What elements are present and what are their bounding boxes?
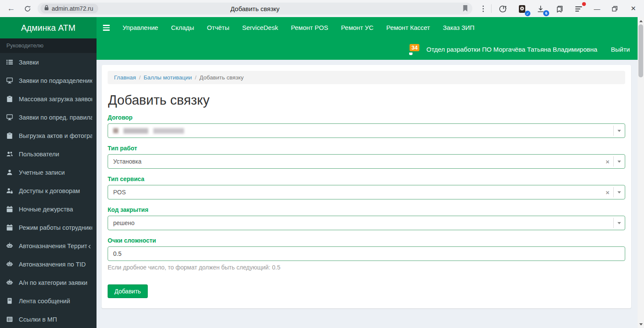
add-link-form: ДоговорТип работУстановка×Тип сервисаPOS… bbox=[108, 114, 625, 298]
breadcrumb-current: Добавить связку bbox=[199, 74, 244, 81]
tip-servisa-select[interactable]: POS× bbox=[108, 185, 625, 199]
selected-value: решено bbox=[108, 220, 613, 226]
field-label: Код закрытия bbox=[108, 206, 625, 213]
sidebar-item-label: Лента сообщений bbox=[19, 298, 70, 305]
restore-icon[interactable] bbox=[608, 3, 621, 15]
sidebar-item-label: А/н по категории заявки bbox=[19, 279, 88, 286]
nav-item-2[interactable]: Склады bbox=[164, 17, 200, 38]
minimize-icon[interactable]: — bbox=[591, 3, 603, 15]
extension-check-badge: ✓ bbox=[525, 11, 530, 16]
form-group: Тип работУстановка× bbox=[108, 145, 625, 169]
nav-item-5[interactable]: Ремонт POS bbox=[284, 17, 334, 38]
selected-value: POS bbox=[108, 189, 602, 196]
message-icon bbox=[409, 53, 413, 55]
bookmarks-collections-icon[interactable] bbox=[554, 3, 565, 15]
scrollbar-thumb[interactable] bbox=[638, 24, 643, 77]
kebab-menu-icon[interactable] bbox=[480, 4, 486, 13]
sidebar-item[interactable]: Пользователи bbox=[0, 145, 97, 163]
nav-item-4[interactable]: ServiceDesk bbox=[236, 17, 284, 38]
tip-rabot-select[interactable]: Установка× bbox=[108, 154, 625, 169]
sidebar-item[interactable]: Ссылки в МП bbox=[0, 310, 97, 328]
sidebar-item[interactable]: Учетные записи bbox=[0, 163, 97, 182]
breadcrumb-separator: / bbox=[139, 74, 141, 81]
breadcrumb-link[interactable]: Баллы мотивации bbox=[143, 74, 192, 81]
sidebar-item-label: Выгрузка актов и фотографий bbox=[19, 132, 92, 139]
extension-icon[interactable] bbox=[498, 3, 509, 15]
field-label: Тип работ bbox=[108, 145, 625, 152]
browser-menu-icon[interactable] bbox=[573, 3, 584, 15]
sidebar-item[interactable]: Заявки по подразделению bbox=[0, 71, 97, 90]
sidebar-item[interactable]: Режим работы сотрудников bbox=[0, 218, 97, 237]
sidebar-item-label: Автоназначения по TID bbox=[19, 261, 86, 268]
dogovor-select[interactable] bbox=[108, 123, 625, 138]
nav-item-7[interactable]: Ремонт Кассет bbox=[380, 17, 436, 38]
video-extension-icon[interactable]: ✓ bbox=[517, 3, 528, 15]
close-icon[interactable]: ✕ bbox=[627, 3, 640, 15]
scroll-up-arrow[interactable] bbox=[638, 18, 644, 24]
nav-item-8[interactable]: Заказ ЗИП bbox=[436, 17, 481, 38]
sidebar-item[interactable]: Ночные дежурства bbox=[0, 200, 97, 218]
form-group: Код закрытиярешено bbox=[108, 206, 625, 230]
sidebar-item[interactable]: Автоназначения по TID bbox=[0, 255, 97, 273]
bookmark-flag-icon[interactable] bbox=[463, 5, 468, 12]
sidebar-item[interactable]: Выгрузка актов и фотографий bbox=[0, 126, 97, 145]
sidebar-item-label: Ссылки в МП bbox=[19, 316, 57, 323]
content-area: Главная/Баллы мотивации/Добавить связку … bbox=[97, 60, 638, 328]
nav-item-6[interactable]: Ремонт УС bbox=[335, 17, 380, 38]
sidebar-item[interactable]: Массовая загрузка заявок bbox=[0, 90, 97, 108]
breadcrumb-link[interactable]: Главная bbox=[114, 74, 136, 81]
robot-icon bbox=[6, 261, 15, 268]
sidebar-item[interactable]: Заявки bbox=[0, 53, 97, 71]
downloads-icon[interactable]: 6 bbox=[535, 3, 546, 15]
selected-value: Установка bbox=[108, 158, 602, 165]
downloads-count-badge: 6 bbox=[543, 10, 549, 16]
sidebar-toggle-icon[interactable] bbox=[97, 17, 116, 38]
top-navbar: УправлениеСкладыОтчётыServiceDeskРемонт … bbox=[97, 17, 638, 60]
kod-zakrytiya-select[interactable]: решено bbox=[108, 216, 625, 230]
sidebar-item[interactable]: Автоназначения Террит. bbox=[0, 237, 97, 255]
journal-icon bbox=[6, 298, 15, 305]
nav-item-3[interactable]: Отчёты bbox=[201, 17, 236, 38]
clear-icon[interactable]: × bbox=[602, 189, 613, 196]
sidebar-item[interactable]: Доступы к договорам bbox=[0, 182, 97, 200]
brand-logo[interactable]: Админка АТМ bbox=[0, 17, 97, 38]
form-group: Очки сложностиЕсли дробное число, то фор… bbox=[108, 237, 625, 271]
refresh-icon[interactable] bbox=[22, 3, 32, 14]
sidebar-item-label: Учетные записи bbox=[19, 169, 65, 176]
page-scrollbar[interactable] bbox=[638, 17, 644, 328]
breadcrumb-separator: / bbox=[195, 74, 196, 81]
dropdown-arrow-icon[interactable] bbox=[613, 156, 625, 167]
field-label: Договор bbox=[108, 114, 625, 121]
dropdown-arrow-icon[interactable] bbox=[613, 218, 625, 228]
sidebar-item[interactable]: Заявки по опред. правилам bbox=[0, 108, 97, 126]
sidebar-item-label: Режим работы сотрудников bbox=[19, 224, 92, 231]
sidebar-item-label: Заявки по подразделению bbox=[19, 77, 92, 84]
sidebar-item[interactable]: А/н по категории заявки bbox=[0, 273, 97, 292]
scroll-down-arrow[interactable] bbox=[638, 321, 644, 327]
field-label: Тип сервиса bbox=[108, 176, 625, 182]
logout-link[interactable]: Выйти bbox=[611, 46, 630, 53]
menu-notification-dot bbox=[582, 2, 586, 6]
dropdown-arrow-icon[interactable] bbox=[613, 187, 625, 197]
clear-icon[interactable]: × bbox=[602, 158, 613, 165]
user-menu[interactable]: Отдел разработки ПО Моргачёва Татьяна Вл… bbox=[426, 46, 597, 53]
submit-button[interactable]: Добавить bbox=[108, 284, 148, 298]
dropdown-arrow-icon[interactable] bbox=[613, 126, 625, 136]
clipboard-icon bbox=[6, 132, 15, 139]
notifications-button[interactable]: 34 bbox=[408, 44, 419, 54]
sidebar-item[interactable]: Лента сообщений bbox=[0, 292, 97, 310]
omnibox[interactable]: admin.atm72.ru Добавить связку bbox=[38, 3, 472, 15]
sidebar-item-label: Заявки bbox=[19, 59, 39, 66]
sidebar-item-label: Ночные дежурства bbox=[19, 206, 73, 213]
form-group: Договор bbox=[108, 114, 625, 138]
sidebar-item-label: Пользователи bbox=[19, 151, 59, 158]
calendar-icon bbox=[6, 206, 15, 213]
back-icon[interactable]: ← bbox=[5, 3, 17, 15]
page-title: Добавить связку bbox=[108, 93, 625, 108]
table-icon bbox=[6, 316, 15, 323]
main-menu: УправлениеСкладыОтчётыServiceDeskРемонт … bbox=[116, 17, 481, 38]
nav-item-1[interactable]: Управление bbox=[116, 17, 164, 38]
notifications-badge: 34 bbox=[410, 44, 419, 51]
ochki-slozhnosti-input[interactable] bbox=[108, 246, 625, 261]
sidebar-item-label: Заявки по опред. правилам bbox=[19, 114, 92, 121]
